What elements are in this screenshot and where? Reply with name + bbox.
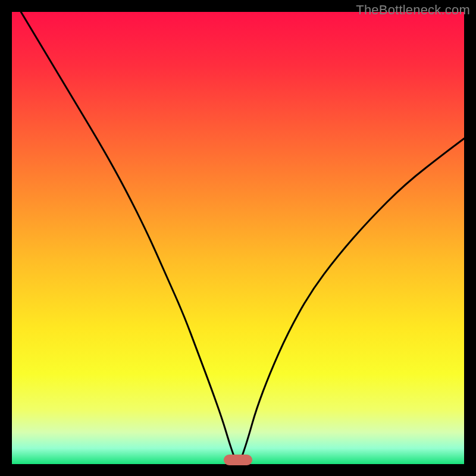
optimal-point-marker — [224, 455, 252, 465]
gradient-background — [12, 12, 464, 464]
watermark-text: TheBottleneck.com — [356, 2, 470, 18]
chart-container: TheBottleneck.com — [0, 0, 476, 476]
chart-svg — [12, 12, 464, 464]
plot-area — [12, 12, 464, 464]
